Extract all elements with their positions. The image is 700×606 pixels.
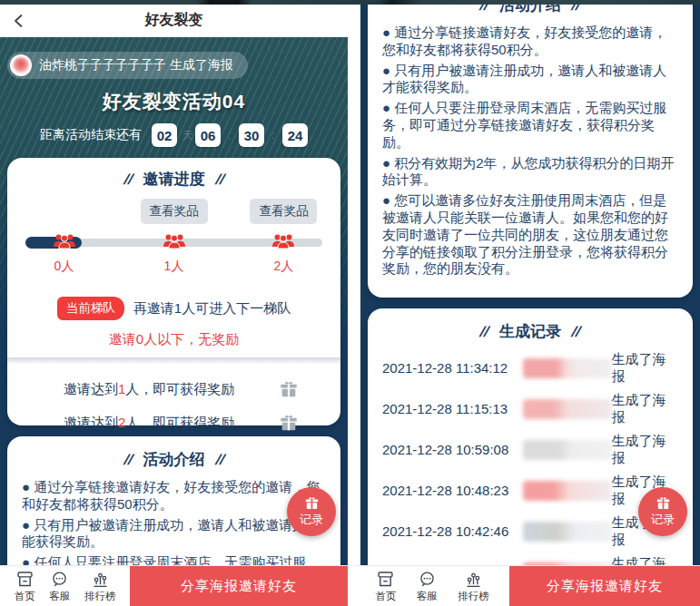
crowd-icon (162, 231, 186, 249)
reward-row-2: 邀请达到2人，即可获得奖励 (7, 413, 340, 433)
panel-gap (348, 0, 355, 606)
chat-bubble-icon (50, 570, 69, 589)
records-float-button[interactable]: 记录 (638, 487, 687, 536)
milestone-labels: 0人 1人 2人 (25, 259, 322, 275)
record-row: 2021-12-28 10:41:41 生成了海报 (382, 557, 678, 565)
leaderboard-icon (91, 570, 110, 589)
title-slashes: // (123, 452, 133, 468)
screen-left: 油炸桃子子子子子子子 生成了海报 好友裂变活动04 距离活动结束还有 02 天 … (0, 37, 348, 565)
nav-service[interactable]: 客服 (49, 570, 70, 603)
screen-right: // 活动介绍 // ● 通过分享链接邀请好友，好友接受您的邀请，您和好友都将获… (360, 4, 700, 565)
crowd-icon (52, 231, 76, 249)
intro-bullet: ● 任何人只要注册登录周末酒店，无需购买过服务，即可通过分享链接邀请好友，获得积… (22, 554, 326, 565)
panel-right: // 活动介绍 // ● 通过分享链接邀请好友，好友接受您的邀请，您和好友都将获… (355, 0, 700, 606)
chevron-left-icon (12, 14, 26, 28)
activity-intro-title: // 活动介绍 // (382, 4, 678, 15)
record-time: 2021-12-28 11:34:12 (382, 360, 523, 376)
home-icon (376, 570, 395, 589)
nav-items: 首页 客服 排行榜 (355, 566, 509, 606)
reward-pre: 邀请达到 (64, 381, 118, 396)
nav-service-label: 客服 (49, 590, 70, 603)
nav-rank-label: 排行榜 (458, 590, 489, 603)
avatar (10, 54, 32, 76)
milestone-2: 2人 (274, 259, 294, 275)
record-action: 生成了海报 (612, 555, 678, 565)
nav-rank[interactable]: 排行榜 (458, 570, 489, 603)
redacted-username (523, 440, 612, 460)
countdown-day-separator: 天 (182, 128, 190, 143)
record-row: 2021-12-28 11:15:13 生成了海报 (382, 394, 678, 424)
records-float-button[interactable]: 记录 (287, 487, 336, 536)
page-title: 好友裂变 (145, 11, 203, 30)
records-title-text: 生成记录 (499, 321, 561, 342)
activity-intro-title: // 活动介绍 // (22, 449, 326, 470)
nav-service[interactable]: 客服 (417, 570, 438, 603)
title-slashes: // (479, 324, 490, 340)
reward-post: 人，即可获得奖励 (125, 415, 234, 430)
view-prize-button-2[interactable]: 查看奖品 (250, 199, 317, 224)
share-poster-button[interactable]: 分享海报邀请好友 (130, 566, 348, 606)
record-row: 2021-12-28 10:48:23 生成了海报 (382, 475, 678, 505)
invite-progress-title: // 邀请进度 // (7, 169, 340, 190)
intro-bullet: ● 任何人只要注册登录周末酒店，无需购买过服务，即可通过分享链接邀请好友，获得积… (382, 100, 678, 151)
countdown-days: 02 (152, 123, 177, 147)
reward-text: 邀请达到2人，即可获得奖励 (64, 415, 234, 432)
redacted-username (523, 358, 612, 378)
countdown-label: 距离活动结束还有 (40, 127, 142, 143)
records-float-label: 记录 (651, 512, 675, 528)
records-title: // 生成记录 // (382, 321, 678, 342)
reward-text: 邀请达到1人，即可获得奖励 (64, 381, 234, 398)
invite-progress-card: // 邀请进度 // 查看奖品 查看奖品 (7, 158, 340, 425)
intro-bullet: ● 积分有效期为2年，从您成功获得积分的日期开始计算。 (382, 155, 678, 190)
nav-home[interactable]: 首页 (15, 570, 35, 603)
app-bar: 好友裂变 (0, 5, 348, 37)
countdown-hours: 06 (195, 123, 221, 147)
record-time: 2021-12-28 10:59:08 (382, 442, 523, 457)
title-slashes: // (570, 324, 581, 340)
record-time: 2021-12-28 11:15:13 (382, 401, 523, 416)
gift-icon (656, 495, 671, 511)
nav-home-label: 首页 (15, 590, 35, 603)
record-time: 2021-12-28 10:48:23 (382, 483, 523, 498)
activity-intro-card: // 活动介绍 // ● 通过分享链接邀请好友，好友接受您的邀请，您和好友都将获… (368, 4, 693, 298)
title-slashes: // (123, 171, 133, 188)
home-icon (15, 570, 35, 589)
share-poster-button[interactable]: 分享海报邀请好友 (509, 566, 700, 606)
intro-bullet: ● 只有用户被邀请注册成功，邀请人和被邀请人才能获得奖励。 (22, 517, 326, 552)
redacted-username (523, 522, 612, 542)
screenshot-root: 好友裂变 油炸桃子子子子子子子 生成了海报 好友裂变活动04 距离活动结束还有 … (0, 0, 700, 606)
progress-bar (25, 230, 322, 255)
title-slashes: // (214, 452, 225, 468)
ladder-row: 当前梯队 再邀请1人可进入下一梯队 (7, 297, 340, 320)
record-time: 2021-12-28 10:42:46 (382, 523, 523, 539)
nav-home[interactable]: 首页 (375, 570, 396, 603)
crowd-icon (271, 231, 296, 249)
record-action: 生成了海报 (612, 351, 678, 386)
intro-bullet: ● 只有用户被邀请注册成功，邀请人和被邀请人才能获得奖励。 (382, 63, 678, 97)
gift-icon[interactable] (279, 413, 299, 433)
reward-pre: 邀请达到 (64, 415, 118, 430)
record-action: 生成了海报 (612, 392, 678, 426)
nav-service-label: 客服 (417, 590, 438, 603)
activity-intro-title-text: 活动介绍 (499, 4, 561, 15)
gift-icon (304, 495, 320, 511)
redacted-username (523, 481, 612, 501)
countdown-minutes: 30 (239, 123, 264, 147)
back-button[interactable] (9, 11, 29, 31)
redacted-username (523, 399, 612, 419)
view-prize-button-1[interactable]: 查看奖品 (141, 199, 208, 224)
record-row: 2021-12-28 10:42:46 生成了海报 (382, 516, 678, 546)
activity-intro-title-text: 活动介绍 (143, 449, 205, 470)
invite-progress-title-text: 邀请进度 (143, 169, 205, 190)
countdown-colon-separator: : (226, 129, 233, 142)
record-row: 2021-12-28 10:59:08 生成了海报 (382, 435, 678, 464)
nav-rank-label: 排行榜 (84, 590, 116, 603)
panel-left: 好友裂变 油炸桃子子子子子子子 生成了海报 好友裂变活动04 距离活动结束还有 … (0, 0, 348, 606)
intro-bullet: ● 通过分享链接邀请好友，好友接受您的邀请，您和好友都将获得50积分。 (382, 24, 678, 59)
bottom-nav: 首页 客服 排行榜 分享海报邀请好友 (355, 565, 700, 606)
chat-bubble-icon (418, 570, 437, 589)
gift-icon[interactable] (279, 379, 299, 399)
nav-rank[interactable]: 排行榜 (84, 570, 116, 603)
record-row: 2021-12-28 11:34:12 生成了海报 (382, 353, 678, 383)
section-divider (7, 357, 340, 366)
